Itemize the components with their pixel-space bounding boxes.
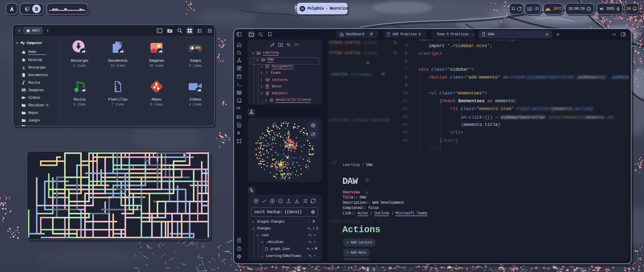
svg-text:$_: $_: [158, 29, 160, 32]
